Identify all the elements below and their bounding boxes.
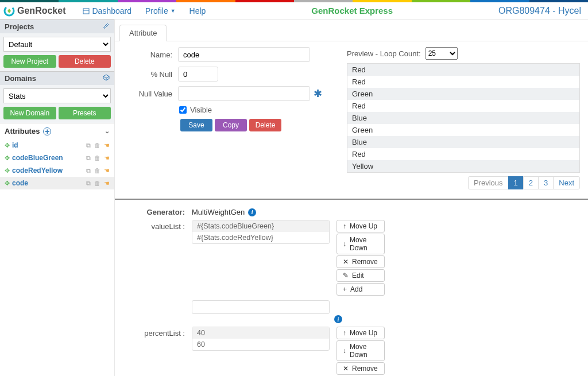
pager-3[interactable]: 3 xyxy=(538,176,554,189)
trash-icon[interactable]: 🗑 xyxy=(94,154,100,162)
copy-button[interactable]: Copy xyxy=(215,119,247,131)
sidebar-item-code[interactable]: ✥code⧉🗑☚ xyxy=(0,177,114,189)
hand-icon[interactable]: ☚ xyxy=(104,167,110,175)
preview-row: Blue xyxy=(347,136,579,148)
projects-select[interactable]: Default xyxy=(3,37,111,52)
movedown-icon: ↓ xyxy=(343,240,346,248)
generator-label: Generator: xyxy=(123,206,192,216)
nullvalue-label: Null Value xyxy=(123,90,178,98)
move-icon[interactable]: ✥ xyxy=(5,154,10,162)
presets-button[interactable]: Presets xyxy=(59,107,111,119)
cube-icon[interactable] xyxy=(103,74,110,83)
preview-row: Green xyxy=(347,88,579,100)
sidebar-item-codeBlueGreen[interactable]: ✥codeBlueGreen⧉🗑☚ xyxy=(0,152,114,164)
nullvalue-input[interactable] xyxy=(178,86,310,101)
move-icon[interactable]: ✥ xyxy=(5,167,10,175)
delete-project-button[interactable]: Delete xyxy=(59,55,111,68)
list-item[interactable]: #{Stats.codeRedYellow} xyxy=(192,232,329,243)
trash-icon[interactable]: 🗑 xyxy=(94,142,100,149)
pager: Previous123Next xyxy=(347,176,580,189)
edit-button[interactable]: ✎ Edit xyxy=(336,269,385,282)
moveup-button[interactable]: ↑ Move Up xyxy=(336,220,385,232)
attributes-header[interactable]: Attributes + ⌄ xyxy=(0,123,114,139)
movedown-button[interactable]: ↓ Move Down xyxy=(336,340,385,361)
attribute-label: codeBlueGreen xyxy=(12,154,63,162)
preview-row: Red xyxy=(347,64,579,76)
loopcount-select[interactable]: 25 xyxy=(425,47,458,60)
edit-icon: ✎ xyxy=(343,272,349,280)
remove-button[interactable]: ✕ Remove xyxy=(336,255,385,268)
preview-row: Blue xyxy=(347,112,579,124)
pager-prev[interactable]: Previous xyxy=(468,176,509,189)
attribute-label: codeRedYellow xyxy=(12,166,63,175)
valuelist-box[interactable]: #{Stats.codeBlueGreen} #{Stats.codeRedYe… xyxy=(192,220,330,244)
moveup-icon: ↑ xyxy=(343,222,346,230)
pager-1[interactable]: 1 xyxy=(508,176,524,189)
copy-icon[interactable]: ⧉ xyxy=(86,167,91,175)
chevron-down-icon[interactable]: ⌄ xyxy=(105,127,110,135)
valuelist-input[interactable] xyxy=(192,300,330,314)
preview-label: Preview - Loop Count: xyxy=(347,49,421,58)
nav-dashboard[interactable]: Dashboard xyxy=(83,6,131,15)
rainbow-bar xyxy=(0,0,588,2)
visible-checkbox[interactable] xyxy=(179,106,187,114)
add-button[interactable]: + Add xyxy=(336,283,385,296)
list-item[interactable]: 40 xyxy=(192,327,329,339)
moveup-button[interactable]: ↑ Move Up xyxy=(336,327,385,339)
pager-next[interactable]: Next xyxy=(553,176,580,189)
preview-table: RedRedGreenRedBlueGreenBlueRedYellow xyxy=(347,63,580,173)
preview-row: Red xyxy=(347,100,579,112)
copy-icon[interactable]: ⧉ xyxy=(86,154,91,162)
nav-profile[interactable]: Profile ▼ xyxy=(145,6,176,15)
remove-icon: ✕ xyxy=(343,258,349,266)
hand-icon[interactable]: ☚ xyxy=(104,142,110,149)
preview-row: Red xyxy=(347,148,579,160)
hand-icon[interactable]: ☚ xyxy=(104,180,110,187)
sidebar-item-codeRedYellow[interactable]: ✥codeRedYellow⧉🗑☚ xyxy=(0,164,114,177)
trash-icon[interactable]: 🗑 xyxy=(94,167,100,175)
info-icon[interactable]: i xyxy=(248,208,256,216)
calendar-icon xyxy=(83,7,90,14)
edit-icon[interactable] xyxy=(103,22,110,31)
preview-row: Red xyxy=(347,76,579,88)
remove-button[interactable]: ✕ Remove xyxy=(336,362,385,375)
name-label: Name: xyxy=(123,51,178,59)
hand-icon[interactable]: ☚ xyxy=(104,154,110,162)
org-label[interactable]: ORG809474 - Hycel xyxy=(498,6,581,16)
percentlist-box[interactable]: 40 60 xyxy=(192,327,330,351)
move-icon[interactable]: ✥ xyxy=(5,180,10,187)
add-attribute-icon[interactable]: + xyxy=(43,127,51,135)
attribute-label: id xyxy=(12,141,18,149)
pctnull-label: % Null xyxy=(123,70,178,79)
moveup-icon: ↑ xyxy=(343,329,346,337)
svg-rect-1 xyxy=(83,9,89,14)
tab-attribute[interactable]: Attribute xyxy=(119,25,167,41)
pctnull-input[interactable] xyxy=(178,67,218,82)
generator-name: MultiWeightGen xyxy=(192,208,245,216)
trash-icon[interactable]: 🗑 xyxy=(94,180,100,187)
visible-label: Visible xyxy=(190,106,212,114)
delete-button[interactable]: Delete xyxy=(249,119,281,131)
name-input[interactable] xyxy=(178,47,310,62)
chevron-down-icon: ▼ xyxy=(171,8,176,14)
valuelist-label: valueList : xyxy=(123,220,192,231)
percentlist-label: percentList : xyxy=(123,327,192,338)
movedown-button[interactable]: ↓ Move Down xyxy=(336,234,385,254)
list-item[interactable]: 60 xyxy=(192,339,329,350)
new-domain-button[interactable]: New Domain xyxy=(3,107,56,119)
new-project-button[interactable]: New Project xyxy=(3,55,56,68)
info-icon[interactable]: i xyxy=(334,315,342,323)
nav-help[interactable]: Help xyxy=(189,6,206,15)
copy-icon[interactable]: ⧉ xyxy=(86,142,91,149)
projects-header: Projects xyxy=(0,20,114,33)
remove-icon: ✕ xyxy=(343,365,349,373)
sidebar-item-id[interactable]: ✥id⧉🗑☚ xyxy=(0,139,114,152)
logo-icon xyxy=(3,5,15,17)
logo[interactable]: GenRocket xyxy=(3,5,65,17)
move-icon[interactable]: ✥ xyxy=(5,142,10,149)
list-item[interactable]: #{Stats.codeBlueGreen} xyxy=(192,220,329,232)
save-button[interactable]: Save xyxy=(180,119,212,131)
domains-select[interactable]: Stats xyxy=(3,88,111,103)
copy-icon[interactable]: ⧉ xyxy=(86,180,91,187)
pager-2[interactable]: 2 xyxy=(523,176,539,189)
